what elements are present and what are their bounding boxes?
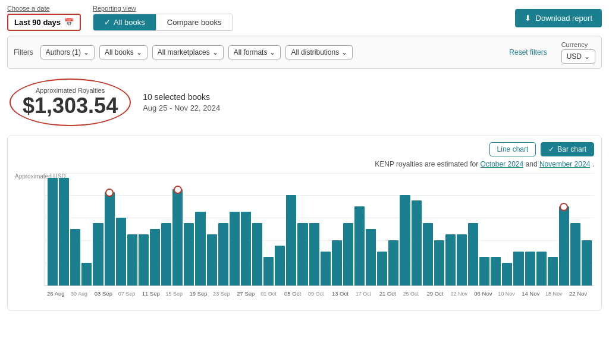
choose-date-label[interactable]: Choose a date bbox=[7, 5, 81, 12]
bar-15[interactable] bbox=[218, 223, 228, 285]
x-tick-19: 10 Nov bbox=[498, 291, 515, 297]
tab-all-books[interactable]: ✓ All books bbox=[93, 14, 156, 30]
bar-1[interactable] bbox=[59, 178, 69, 285]
bar-47[interactable] bbox=[582, 240, 592, 285]
chevron-icon: ⌄ bbox=[136, 48, 142, 57]
bar-39[interactable] bbox=[491, 257, 501, 285]
x-tick-22: 22 Nov bbox=[569, 290, 587, 297]
x-tick-group-6: 19 Sep bbox=[189, 288, 212, 297]
bar-35[interactable] bbox=[445, 234, 456, 285]
reporting-section: Reporting view ✓ All books Compare books bbox=[93, 5, 233, 31]
bar-44[interactable] bbox=[548, 257, 558, 285]
bar-26[interactable] bbox=[343, 223, 353, 285]
bar-21[interactable] bbox=[286, 195, 296, 285]
x-tick-20: 14 Nov bbox=[522, 290, 539, 297]
x-tick-group-21: 18 Nov bbox=[545, 288, 568, 297]
chart-controls: Line chart ✓ Bar chart bbox=[15, 142, 594, 156]
royalties-box: Approximated Royalties $1,303.54 bbox=[10, 79, 131, 126]
x-tick-group-5: 15 Sep bbox=[166, 288, 189, 297]
marketplaces-filter[interactable]: All marketplaces ⌄ bbox=[152, 45, 224, 59]
chart-section: Line chart ✓ Bar chart KENP royalties ar… bbox=[7, 136, 602, 310]
currency-section: Currency USD ⌄ bbox=[561, 41, 595, 64]
bar-3[interactable] bbox=[81, 263, 92, 285]
chevron-icon: ⌄ bbox=[269, 48, 275, 57]
x-tick-group-18: 06 Nov bbox=[474, 288, 497, 297]
bar-7[interactable] bbox=[127, 234, 137, 285]
bar-0[interactable] bbox=[48, 178, 58, 285]
x-tick-13: 17 Oct bbox=[356, 291, 372, 297]
x-tick-9: 01 Oct bbox=[260, 291, 277, 297]
bar-46[interactable] bbox=[570, 223, 580, 285]
bar-36[interactable] bbox=[457, 234, 467, 285]
bar-2[interactable] bbox=[70, 229, 80, 285]
x-tick-group-8: 27 Sep bbox=[237, 288, 259, 297]
x-tick-16: 29 Oct bbox=[427, 290, 444, 297]
bar-25[interactable] bbox=[332, 240, 342, 285]
formats-filter[interactable]: All formats ⌄ bbox=[228, 45, 281, 59]
bar-13[interactable] bbox=[195, 212, 205, 285]
x-tick-14: 21 Oct bbox=[379, 290, 396, 297]
filters-label: Filters bbox=[14, 48, 33, 57]
top-bar: Choose a date Last 90 days 📅 Reporting v… bbox=[7, 5, 602, 31]
x-tick-group-2: 03 Sep bbox=[95, 288, 117, 297]
bar-18[interactable] bbox=[252, 223, 262, 285]
bar-32[interactable] bbox=[412, 200, 422, 285]
bars-wrapper bbox=[45, 173, 594, 285]
bar-11[interactable] bbox=[172, 189, 183, 285]
chevron-icon: ⌄ bbox=[584, 52, 590, 61]
tab-compare-books[interactable]: Compare books bbox=[156, 14, 233, 30]
bar-17[interactable] bbox=[241, 212, 251, 285]
bar-41[interactable] bbox=[513, 252, 523, 285]
bar-8[interactable] bbox=[139, 234, 149, 285]
bar-14[interactable] bbox=[207, 234, 217, 285]
bar-chart-button[interactable]: ✓ Bar chart bbox=[541, 142, 594, 156]
bar-16[interactable] bbox=[230, 212, 240, 285]
x-tick-group-13: 17 Oct bbox=[356, 288, 378, 297]
chevron-icon: ⌄ bbox=[83, 48, 89, 57]
books-filter[interactable]: All books ⌄ bbox=[99, 45, 147, 59]
bar-30[interactable] bbox=[388, 240, 398, 285]
authors-filter[interactable]: Authors (1) ⌄ bbox=[40, 45, 95, 59]
bar-5[interactable] bbox=[105, 192, 115, 285]
bar-43[interactable] bbox=[536, 252, 547, 285]
bar-20[interactable] bbox=[275, 246, 285, 285]
x-tick-1: 30 Aug bbox=[71, 291, 87, 297]
bar-4[interactable] bbox=[93, 223, 103, 285]
bar-42[interactable] bbox=[525, 252, 535, 285]
bar-33[interactable] bbox=[423, 223, 433, 285]
currency-select[interactable]: USD ⌄ bbox=[561, 49, 595, 64]
books-info: 10 selected books Aug 25 - Nov 22, 2024 bbox=[143, 92, 220, 112]
bar-24[interactable] bbox=[321, 252, 331, 285]
bar-6[interactable] bbox=[116, 218, 126, 285]
date-range: Aug 25 - Nov 22, 2024 bbox=[143, 103, 220, 112]
bar-22[interactable] bbox=[297, 223, 307, 285]
bar-9[interactable] bbox=[150, 229, 160, 285]
bar-40[interactable] bbox=[502, 263, 512, 285]
checkmark-icon: ✓ bbox=[548, 145, 554, 153]
bar-19[interactable] bbox=[263, 257, 274, 285]
bar-10[interactable] bbox=[161, 223, 171, 285]
reporting-view-label[interactable]: Reporting view bbox=[93, 5, 233, 12]
date-picker-button[interactable]: Last 90 days 📅 bbox=[7, 14, 81, 31]
x-tick-12: 13 Oct bbox=[332, 290, 349, 297]
distributions-filter[interactable]: All distributions ⌄ bbox=[285, 45, 353, 59]
bar-28[interactable] bbox=[366, 229, 376, 285]
bar-29[interactable] bbox=[377, 252, 387, 285]
x-tick-group-1: 30 Aug bbox=[71, 288, 93, 297]
x-tick-group-4: 11 Sep bbox=[142, 288, 165, 297]
gridline-0 bbox=[45, 285, 594, 286]
november-link[interactable]: November 2024 bbox=[539, 160, 590, 168]
bar-34[interactable] bbox=[434, 240, 444, 285]
bar-27[interactable] bbox=[354, 206, 365, 285]
bar-38[interactable] bbox=[479, 257, 489, 285]
download-report-button[interactable]: ⬇ Download report bbox=[515, 9, 602, 27]
x-tick-group-12: 13 Oct bbox=[332, 288, 354, 297]
october-link[interactable]: October 2024 bbox=[480, 160, 523, 168]
bar-23[interactable] bbox=[309, 223, 319, 285]
bar-45[interactable] bbox=[559, 206, 569, 285]
bar-12[interactable] bbox=[184, 223, 194, 285]
line-chart-button[interactable]: Line chart bbox=[489, 142, 536, 156]
bar-31[interactable] bbox=[400, 195, 410, 285]
reset-filters-link[interactable]: Reset filters bbox=[509, 48, 547, 57]
bar-37[interactable] bbox=[468, 223, 478, 285]
